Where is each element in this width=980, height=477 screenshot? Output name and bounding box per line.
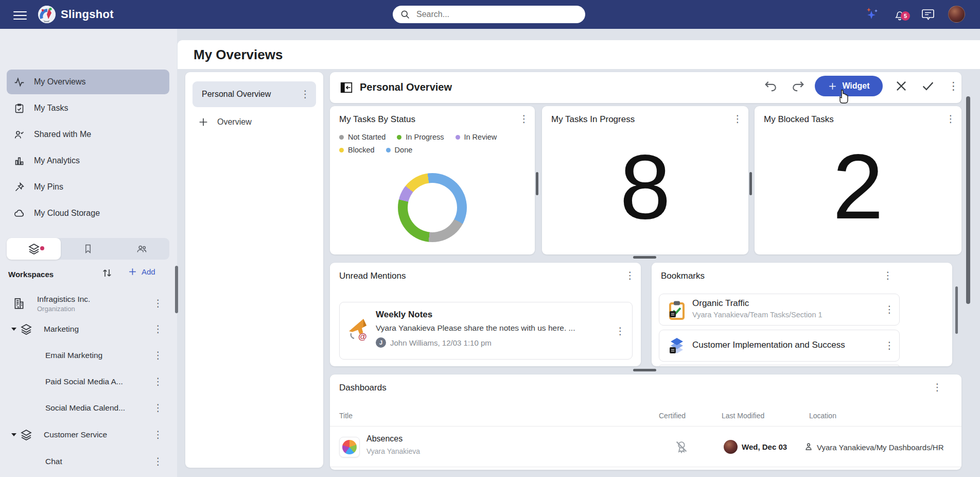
person-icon — [804, 442, 813, 451]
building-icon — [12, 297, 26, 310]
add-widget-button[interactable]: Widget — [815, 76, 883, 96]
sidebar-item-label: My Overviews — [34, 77, 85, 87]
main-scrollbar-thumb[interactable] — [966, 96, 970, 304]
plus-icon — [128, 267, 137, 277]
sidebar-item-my-cloud-storage[interactable]: My Cloud Storage — [7, 201, 169, 226]
mention-message: Vyara Yanakieva Please share the notes w… — [376, 323, 582, 333]
layers-icon — [28, 243, 40, 255]
page-title: My Overviews — [194, 47, 283, 63]
tab-workspaces[interactable] — [7, 238, 61, 260]
row-last-modified: Wed, Dec 03 — [742, 442, 787, 451]
layers-icon — [20, 323, 32, 335]
tab-bookmarks[interactable] — [61, 238, 115, 260]
sidebar-item-shared-with-me[interactable]: Shared with Me — [7, 122, 169, 147]
column-header-last-modified[interactable]: Last Modified — [722, 412, 764, 420]
legend-dot — [386, 148, 391, 152]
workspace-item-email-marketing[interactable]: Email Marketing ⋮ — [4, 343, 170, 368]
sidebar-item-my-overviews[interactable]: My Overviews — [7, 70, 169, 94]
workspace-item-marketing[interactable]: Marketing ⋮ — [4, 316, 170, 342]
sidebar-item-label: Shared with Me — [34, 130, 91, 139]
bookmark-title: Organic Traffic — [692, 298, 749, 309]
person-check-icon — [14, 129, 25, 140]
sidebar-item-my-pins[interactable]: My Pins — [7, 175, 169, 199]
chat-icon[interactable] — [920, 7, 936, 22]
workspace-item-social-calendar[interactable]: Social Media Calend... ⋮ — [4, 395, 170, 421]
sidebar-item-label: My Tasks — [34, 104, 68, 113]
sidebar-item-label: My Analytics — [34, 156, 80, 165]
workspace-item-paid-social[interactable]: Paid Social Media A... ⋮ — [4, 369, 170, 395]
add-overview-button[interactable]: Overview — [198, 116, 252, 128]
kebab-menu-icon[interactable]: ⋮ — [882, 269, 894, 282]
sidebar-item-my-tasks[interactable]: My Tasks — [7, 96, 169, 121]
kebab-menu-icon[interactable]: ⋮ — [152, 401, 164, 415]
workspace-item-chat[interactable]: Chat ⋮ — [4, 449, 170, 474]
kebab-menu-icon[interactable]: ⋮ — [615, 325, 626, 338]
widget-title: Bookmarks — [661, 271, 705, 281]
undo-button[interactable] — [763, 78, 779, 95]
kebab-menu-icon[interactable]: ⋮ — [152, 455, 164, 468]
caret-down-icon[interactable] — [11, 328, 16, 331]
widget-resize-handle[interactable] — [749, 172, 752, 195]
bar-chart-icon — [14, 156, 25, 166]
overview-list-item-personal[interactable]: Personal Overview ⋮ — [192, 81, 316, 107]
column-header-location[interactable]: Location — [809, 412, 836, 420]
blocked-tasks-value: 2 — [755, 125, 961, 248]
widget-title: My Tasks In Progress — [551, 114, 635, 125]
kebab-menu-icon[interactable]: ⋮ — [624, 269, 636, 282]
collapse-panel-icon[interactable] — [340, 81, 353, 94]
table-row-absences[interactable]: Absences Vyara Yanakieva Wed, Dec 03 Vya… — [330, 427, 961, 467]
sidebar-item-my-analytics[interactable]: My Analytics — [7, 148, 169, 173]
overview-list-panel: Personal Overview ⋮ Overview — [185, 72, 323, 468]
user-avatar[interactable] — [948, 6, 965, 23]
global-search[interactable] — [393, 6, 585, 23]
mention-item[interactable]: @ Weekly Notes Vyara Yanakieva Please sh… — [339, 302, 633, 360]
kebab-menu-icon[interactable]: ⋮ — [884, 303, 895, 316]
column-header-certified[interactable]: Certified — [659, 412, 686, 420]
widget-title: Unread Mentions — [339, 271, 406, 281]
kebab-menu-icon[interactable]: ⋮ — [152, 349, 164, 362]
widget-resize-handle[interactable] — [633, 369, 656, 371]
dashboard-kebab-menu-icon[interactable]: ⋮ — [948, 79, 965, 96]
sidebar: My Overviews My Tasks Shared with Me My … — [0, 29, 177, 477]
kebab-menu-icon[interactable]: ⋮ — [945, 112, 956, 126]
close-edit-button[interactable] — [894, 78, 910, 95]
bookmark-item-organic-traffic[interactable]: Organic Traffic Vyara Yanakieva/Team Tas… — [659, 294, 900, 326]
divider — [330, 467, 961, 467]
kebab-menu-icon[interactable]: ⋮ — [152, 322, 164, 336]
megaphone-icon: @ — [346, 313, 371, 344]
caret-down-icon[interactable] — [11, 433, 16, 436]
column-header-title[interactable]: Title — [339, 412, 353, 420]
ai-sparkle-icon[interactable] — [865, 7, 880, 22]
tasks-status-donut-chart[interactable] — [398, 173, 467, 242]
kebab-menu-icon[interactable]: ⋮ — [300, 88, 311, 101]
cloud-icon — [14, 208, 25, 219]
page-header: My Overviews — [178, 40, 980, 69]
hamburger-menu-icon[interactable] — [13, 9, 27, 20]
kebab-menu-icon[interactable]: ⋮ — [152, 297, 164, 310]
widget-resize-handle[interactable] — [536, 172, 538, 195]
sidebar-scrollbar-thumb[interactable] — [175, 266, 178, 313]
kebab-menu-icon[interactable]: ⋮ — [152, 375, 164, 388]
tab-people[interactable] — [115, 238, 169, 260]
workspaces-header: Workspaces — [8, 270, 54, 279]
workspace-item-infragistics[interactable]: Infragistics Inc. Organization ⋮ — [4, 289, 170, 318]
bookmark-title: Customer Implementation and Success — [692, 340, 845, 350]
bookmarks-scrollbar-thumb[interactable] — [955, 286, 958, 334]
sort-icon[interactable] — [101, 267, 113, 279]
kebab-menu-icon[interactable]: ⋮ — [732, 112, 743, 126]
kebab-menu-icon[interactable]: ⋮ — [152, 428, 164, 441]
kebab-menu-icon[interactable]: ⋮ — [884, 339, 895, 352]
workspace-item-customer-service[interactable]: Customer Service ⋮ — [4, 422, 170, 448]
widget-title: My Tasks By Status — [339, 114, 415, 125]
confirm-edit-button[interactable] — [920, 78, 937, 95]
widget-resize-handle[interactable] — [633, 256, 656, 259]
kebab-menu-icon[interactable]: ⋮ — [518, 112, 530, 126]
notification-badge: 5 — [901, 11, 910, 21]
kebab-menu-icon[interactable]: ⋮ — [932, 381, 943, 394]
app: Slingshot 5 — [0, 0, 980, 477]
search-input[interactable] — [416, 10, 566, 19]
bookmark-item-customer-implementation[interactable]: Customer Implementation and Success ⋮ — [659, 330, 900, 362]
widget-dashboards: Dashboards ⋮ Title Certified Last Modifi… — [330, 374, 961, 470]
add-workspace-button[interactable]: Add — [128, 267, 155, 277]
redo-button[interactable] — [791, 78, 807, 95]
